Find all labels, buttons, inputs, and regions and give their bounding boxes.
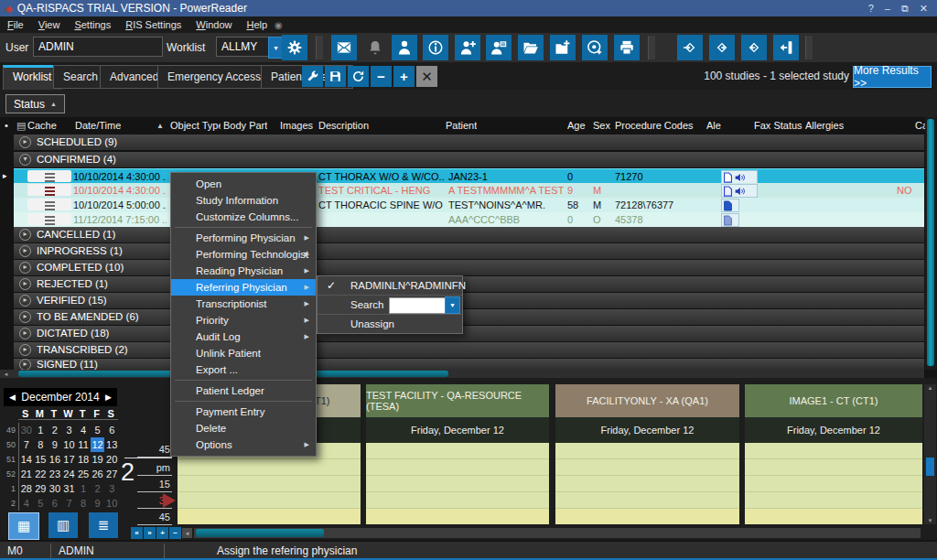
resource-column[interactable]: IMAGE1 - CT (CT1) Friday, December 12 xyxy=(745,384,922,524)
scroll-up-icon[interactable]: ▴ xyxy=(924,384,936,392)
menu-ris-settings[interactable]: RIS Settings xyxy=(118,19,188,30)
scrollbar-thumb[interactable] xyxy=(196,529,324,537)
physician-search-input[interactable] xyxy=(389,297,447,314)
calendar-day[interactable]: 13 xyxy=(104,437,119,452)
menu-help[interactable]: Help xyxy=(239,19,275,30)
new-folder-button[interactable] xyxy=(550,35,576,60)
menu-file[interactable]: File xyxy=(0,19,31,30)
expand-group-icon[interactable]: ▸ xyxy=(19,245,31,257)
patient-list-button[interactable] xyxy=(486,35,512,60)
calendar-day[interactable]: 31 xyxy=(62,481,77,496)
table-horizontal-scrollbar[interactable]: ◂ xyxy=(0,370,924,378)
menu-item-options[interactable]: Options▶ xyxy=(171,436,316,453)
calendar-day[interactable]: 27 xyxy=(104,467,119,481)
calendar-day[interactable]: 20 xyxy=(104,452,119,467)
calendar-day[interactable]: 22 xyxy=(34,467,48,481)
study-row[interactable]: 10/10/2014 4:30:00 ... AU 0 CT THORAX W/… xyxy=(14,168,924,184)
calendar-day[interactable]: 30 xyxy=(48,481,62,496)
col-images[interactable]: Images xyxy=(280,117,313,135)
calendar-day[interactable]: 3 xyxy=(62,423,77,437)
print-button[interactable] xyxy=(614,35,640,60)
menu-item-delete[interactable]: Delete xyxy=(171,420,316,436)
study-row[interactable]: 10/10/2014 4:30:00 ... TEST CRITICAL - H… xyxy=(14,183,924,198)
open-folder-button[interactable] xyxy=(518,35,544,60)
scroll-down-icon[interactable]: ▾ xyxy=(924,517,936,524)
calendar-day[interactable]: 2 xyxy=(91,481,105,496)
expand-group-icon[interactable]: ▸ xyxy=(19,136,31,148)
menu-settings[interactable]: Settings xyxy=(67,19,118,30)
scrollbar-thumb[interactable] xyxy=(927,119,934,366)
scheduler-zoom-in-button[interactable]: + xyxy=(156,527,168,539)
col-object-type[interactable]: Object Type xyxy=(170,117,221,135)
calendar-day[interactable]: 21 xyxy=(19,467,34,481)
expand-group-icon[interactable]: ▸ xyxy=(19,328,31,339)
resource-column[interactable]: FACILITYONLY - XA (QA1) Friday, December… xyxy=(555,384,739,524)
group-completed[interactable]: ▸COMPLETED (10) xyxy=(14,260,924,277)
calendar-day[interactable]: 8 xyxy=(34,437,48,452)
menu-item-referring-physician[interactable]: Referring Physician▶ xyxy=(171,279,316,296)
scheduler-last-button[interactable]: » xyxy=(144,527,156,539)
scheduler-horizontal-scrollbar[interactable] xyxy=(194,528,921,538)
expand-group-icon[interactable]: ▸ xyxy=(19,295,31,307)
study-row[interactable]: 10/10/2014 5:00:00 ... CT THORACIC SPINE… xyxy=(14,198,924,212)
schedule-slots[interactable] xyxy=(745,443,922,524)
col-datetime[interactable]: Date/Time xyxy=(75,117,121,135)
restore-button[interactable]: ⧉ xyxy=(901,3,909,15)
col-sex[interactable]: Sex xyxy=(593,117,610,135)
menu-item-audit-log[interactable]: Audit Log▶ xyxy=(171,328,316,345)
col-age[interactable]: Age xyxy=(567,117,586,135)
tab-emergency-access[interactable]: Emergency Access xyxy=(157,65,271,89)
send-study-button[interactable] xyxy=(677,35,703,60)
menu-item-patient-ledger[interactable]: Patient Ledger xyxy=(171,382,316,399)
calend-day[interactable]: 2 xyxy=(48,423,62,437)
col-description[interactable]: Description xyxy=(318,117,369,135)
scheduler-zoom-out-button[interactable]: − xyxy=(169,527,181,539)
group-scheduled[interactable]: ▸ SCHEDULED (9) xyxy=(14,135,924,152)
collapse-button[interactable]: − xyxy=(371,66,392,87)
group-dictated[interactable]: ▸DICTATED (18) xyxy=(14,326,924,343)
calendar-day[interactable]: 17 xyxy=(62,452,77,467)
calendar-day[interactable]: 18 xyxy=(76,452,91,467)
calendar-day[interactable]: 5 xyxy=(34,496,48,511)
save-button[interactable] xyxy=(325,66,346,87)
scroll-left-icon[interactable]: ◂ xyxy=(182,528,192,538)
calendar-day[interactable]: 19 xyxy=(91,452,105,467)
more-results-button[interactable]: More Results >> xyxy=(853,66,932,88)
table-vertical-scrollbar[interactable] xyxy=(925,117,936,370)
menu-item-reading-physician[interactable]: Reading Physician▶ xyxy=(171,263,316,279)
calendar-view-day-button[interactable]: ▦ xyxy=(8,512,39,540)
minimize-button[interactable]: – xyxy=(885,3,890,15)
submenu-item-unassign[interactable]: Unassign xyxy=(318,315,462,333)
menu-item-transcriptionist[interactable]: Transcriptionist▶ xyxy=(171,296,316,312)
calendar-day[interactable]: 4 xyxy=(76,423,91,437)
calendar-day[interactable]: 26 xyxy=(91,467,105,481)
group-inprogress[interactable]: ▸INPROGRESS (1) xyxy=(14,243,924,261)
col-alerts[interactable]: Ale xyxy=(706,117,721,135)
physician-search-dropdown-button[interactable]: ▼ xyxy=(445,296,460,314)
calendar-day[interactable]: 24 xyxy=(62,467,77,481)
calendar-day[interactable]: 11 xyxy=(76,437,91,452)
burn-disc-button[interactable] xyxy=(582,35,608,60)
receive-study-button[interactable] xyxy=(709,35,735,60)
menu-item-unlink-patient[interactable]: Unlink Patient xyxy=(171,345,316,361)
next-month-icon[interactable]: ▶ xyxy=(105,393,112,402)
submenu-item-assigned-physician[interactable]: ✓ RADMINLN^RADMINFN xyxy=(318,276,462,296)
col-allergies[interactable]: Allergies xyxy=(805,117,844,135)
menu-window[interactable]: Window xyxy=(188,19,239,30)
calendar-day-selected[interactable]: 12 xyxy=(91,437,105,452)
group-cancelled[interactable]: ▸CANCELLED (1) xyxy=(14,227,924,244)
calendar-day[interactable]: 9 xyxy=(48,437,62,452)
schedule-slots[interactable] xyxy=(555,443,739,524)
calendar-day[interactable]: 28 xyxy=(19,481,34,496)
menu-item-export[interactable]: Export ... xyxy=(171,361,316,378)
calendar-view-list-button[interactable]: ≣ xyxy=(89,512,118,538)
calendar-day[interactable]: 10 xyxy=(104,496,119,511)
calendar-day[interactable]: 7 xyxy=(19,437,34,452)
expand-group-icon[interactable]: ▸ xyxy=(19,344,31,356)
expand-group-icon[interactable]: ▸ xyxy=(19,311,31,323)
menu-view[interactable]: View xyxy=(31,19,68,30)
calendar-day[interactable]: 29 xyxy=(34,481,48,496)
expand-button[interactable]: + xyxy=(393,66,415,87)
clear-button[interactable]: ✕ xyxy=(416,66,437,87)
menu-item-open[interactable]: Open xyxy=(171,176,316,192)
